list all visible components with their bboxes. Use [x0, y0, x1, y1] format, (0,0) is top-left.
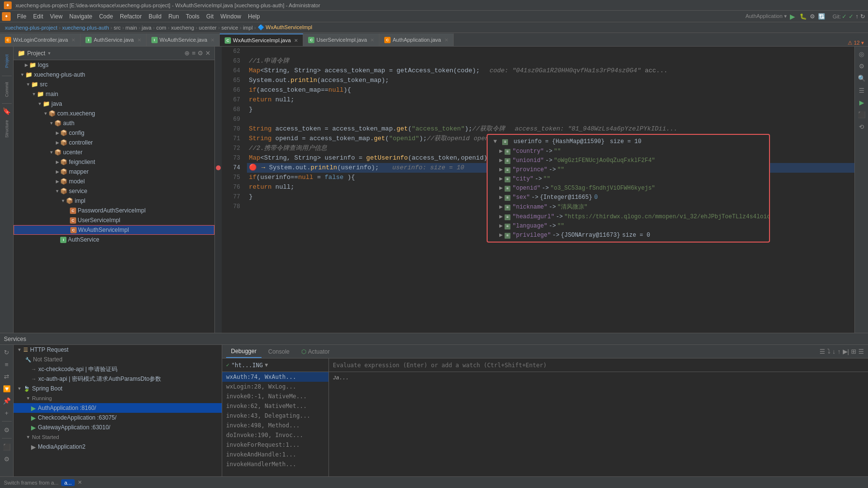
bls-btn8[interactable]: ⬛ [1, 441, 12, 452]
frame-item-invoke62[interactable]: invoke:62, NativeMet... [222, 401, 328, 411]
rs-btn7[interactable]: ⟲ [856, 121, 867, 132]
frame-item-invoke43[interactable]: invoke:43, Delegating... [222, 411, 328, 421]
bls-btn4[interactable]: 🔽 [1, 383, 12, 394]
tab-console[interactable]: Console [263, 345, 295, 358]
tree-item-controller[interactable]: ▶ 📦 controller [14, 138, 214, 147]
menu-item-edit[interactable]: Edit [30, 11, 47, 22]
panel-btn-locate[interactable]: ⊕ [184, 49, 190, 57]
sidebar-commit-icon[interactable]: Commit [1, 78, 12, 101]
svc-authapp[interactable]: ▶ AuthApplication :8160/ [14, 403, 222, 413]
bls-btn1[interactable]: ↻ [1, 347, 12, 358]
rs-btn4[interactable]: ☰ [856, 85, 867, 96]
tree-item-authservice[interactable]: I AuthService [14, 235, 214, 244]
breadcrumb-item[interactable]: xuecheng-plus-project [5, 25, 57, 31]
frame-item-wxauth[interactable]: wxAuth:74, WxAuth... [222, 372, 328, 382]
frame-item-invokehandler[interactable]: invokeHandlerMeth... [222, 459, 328, 469]
frame-item-invokefor[interactable]: invokeForRequest:1... [222, 440, 328, 450]
svc-checkcode-app[interactable]: ▶ CheckcodeApplication :63075/ [14, 413, 222, 423]
breadcrumb-item[interactable]: service [221, 25, 238, 31]
tree-item-auth-module[interactable]: ▼ 📁 xuecheng-plus-auth [14, 70, 214, 80]
tree-item-auth[interactable]: ▼ 📦 auth [14, 118, 214, 128]
svc-http-request[interactable]: ▼ ☰ HTTP Request [14, 345, 222, 355]
tree-item-feignclient[interactable]: ▶ 📦 feignclient [14, 157, 214, 167]
sidebar-bookmarks-icon[interactable]: 🔖 [1, 106, 12, 116]
tree-item-service[interactable]: ▼ 📦 service [14, 186, 214, 196]
tab-authservice[interactable]: I AuthService.java ✕ [81, 33, 147, 46]
menu-item-code[interactable]: Code [96, 11, 116, 22]
dbg-step-over-icon[interactable]: ⤵ [827, 348, 831, 355]
dbg-table-icon[interactable]: ⊞ [851, 348, 856, 355]
bls-btn3[interactable]: ⇄ [1, 371, 12, 382]
dbg-step-into-icon[interactable]: ↓ [833, 348, 836, 355]
menu-item-tools[interactable]: Tools [182, 11, 203, 22]
tree-item-ucenter[interactable]: ▼ 📦 ucenter [14, 147, 214, 157]
menu-item-view[interactable]: View [47, 11, 66, 22]
breadcrumb-item[interactable]: xuecheng [171, 25, 194, 31]
frame-item-invokeand[interactable]: invokeAndHandle:1... [222, 450, 328, 459]
frame-item-invoke498[interactable]: invoke:498, Method... [222, 421, 328, 430]
rs-btn2[interactable]: ⚙ [856, 61, 867, 71]
svc-running-group[interactable]: ▼ Running [14, 393, 222, 403]
panel-btn-settings[interactable]: ⚙ [197, 49, 203, 57]
tree-item-impl[interactable]: ▼ 📦 impl [14, 196, 214, 206]
menu-item-refactor[interactable]: Refactor [116, 11, 145, 22]
tab-actuator[interactable]: ⬡Actuator [296, 345, 335, 358]
dbg-settings-icon[interactable]: ☰ [819, 348, 825, 355]
rs-btn1[interactable]: ◎ [856, 49, 867, 59]
dbg-resume-icon[interactable]: ▶| [843, 348, 849, 355]
svc-auth-api[interactable]: → xc-auth-api | 密码模式,请求AuthParamsDto参数 [14, 374, 222, 384]
rs-btn3[interactable]: 🔍 [856, 73, 867, 83]
dbg-step-out-icon[interactable]: ↑ [837, 348, 841, 355]
svc-not-started-1[interactable]: 🔧 Not Started [14, 355, 222, 364]
breadcrumb-item[interactable]: com [156, 25, 166, 31]
switch-frames-close[interactable]: ✕ [78, 479, 82, 486]
switch-frames-btn[interactable]: a... [61, 479, 74, 486]
tree-item-java[interactable]: ▼ 📁 java [14, 99, 214, 109]
bls-btn7[interactable]: ⚙ [1, 424, 12, 435]
tab-wxauthserviceimpl[interactable]: C WxAuthServiceImpl.java ✕ [220, 33, 303, 46]
tab-authapplication[interactable]: C AuthApplication.java ✕ [379, 33, 454, 46]
breadcrumb-item[interactable]: impl [243, 25, 253, 31]
svc-not-started-2[interactable]: ▼ Not Started [14, 432, 222, 442]
menu-item-help[interactable]: Help [245, 11, 263, 22]
tab-userserviceimpl[interactable]: C UserServiceImpl.java ✕ [303, 33, 379, 46]
rs-btn5[interactable]: ▶ [856, 97, 867, 108]
frame-item-invoke0[interactable]: invoke0:-1, NativeMe... [222, 391, 328, 401]
breadcrumb-item[interactable]: java [142, 25, 151, 31]
tree-item-model[interactable]: ▶ 📦 model [14, 177, 214, 186]
menu-item-run[interactable]: Run [165, 11, 182, 22]
svc-spring-boot[interactable]: ▼ 🍃 Spring Boot [14, 384, 222, 393]
svc-checkcode[interactable]: → xc-checkcode-api | 申请验证码 [14, 364, 222, 374]
tree-item-src[interactable]: ▼ 📁 src [14, 80, 214, 89]
tree-item-mapper[interactable]: ▶ 📦 mapper [14, 167, 214, 177]
menu-item-file[interactable]: File [14, 11, 30, 22]
menu-item-git[interactable]: Git [203, 11, 217, 22]
tree-item-main[interactable]: ▼ 📁 main [14, 89, 214, 99]
menu-item-build[interactable]: Build [145, 11, 165, 22]
bls-btn5[interactable]: 📌 [1, 395, 12, 406]
menu-item-window[interactable]: Window [217, 11, 245, 22]
breadcrumb-item[interactable]: ucenter [199, 25, 217, 31]
tree-item-config[interactable]: ▶ 📦 config [14, 128, 214, 138]
tree-item-passwordauth[interactable]: C PasswordAuthServiceImpl [14, 206, 214, 215]
menu-item-navigate[interactable]: Navigate [66, 11, 96, 22]
dbg-list-icon[interactable]: ☰ [858, 348, 864, 355]
frame-item-doinvoke[interactable]: doInvoke:190, Invoc... [222, 430, 328, 440]
breadcrumb-item[interactable]: xuecheng-plus-auth [62, 25, 109, 31]
breadcrumb-item[interactable]: src [114, 25, 121, 31]
tree-item-wxauthserviceimpl[interactable]: C WxAuthServiceImpl [14, 225, 214, 235]
svc-media-app[interactable]: ▶ MediaApplication2 [14, 442, 222, 452]
tab-wxauthservice[interactable]: I WxAuthService.java ✕ [147, 33, 220, 46]
frame-item-wxlogin[interactable]: wxLogin:28, WxLog... [222, 382, 328, 391]
evaluate-input[interactable] [333, 362, 864, 369]
tree-item-com-xuecheng[interactable]: ▼ 📦 com.xuecheng [14, 109, 214, 118]
sidebar-structure-icon[interactable]: Structure [1, 117, 12, 141]
bls-btn6[interactable]: + [1, 407, 12, 418]
rs-btn6[interactable]: ⬛ [856, 109, 867, 120]
breadcrumb-item[interactable]: 🔷 WxAuthServiceImpl [258, 24, 312, 31]
panel-btn-close[interactable]: ✕ [205, 49, 211, 57]
tab-wxlogin[interactable]: C WxLoginController.java ✕ [0, 33, 81, 46]
sidebar-project-icon[interactable]: Project [1, 49, 12, 74]
bls-btn9[interactable]: ⚙ [1, 454, 12, 464]
bls-btn2[interactable]: ≡ [1, 359, 12, 370]
